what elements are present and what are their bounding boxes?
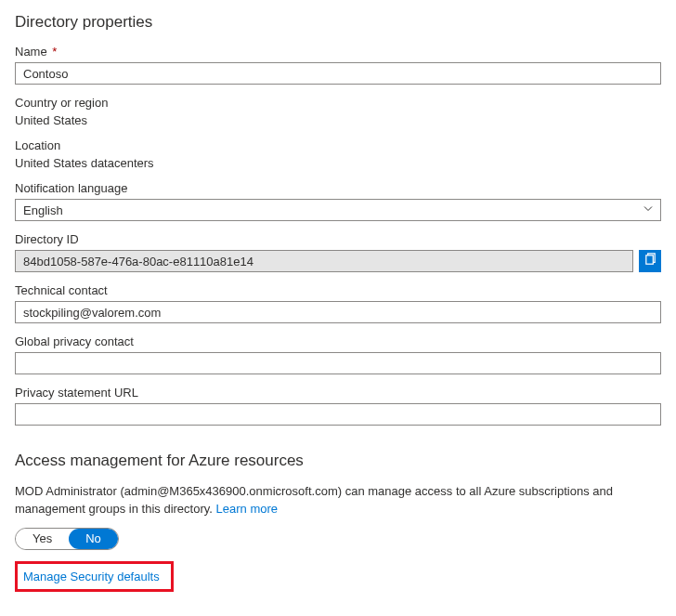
field-notification-language: Notification language English xyxy=(15,181,661,221)
field-directory-id: Directory ID xyxy=(15,232,661,272)
section-title-access-management: Access management for Azure resources xyxy=(15,452,661,470)
required-asterisk: * xyxy=(52,45,57,59)
toggle-no[interactable]: No xyxy=(69,529,118,549)
access-management-description: MOD Administrator (admin@M365x436900.onm… xyxy=(15,483,661,518)
learn-more-link[interactable]: Learn more xyxy=(216,502,278,516)
directory-id-label: Directory ID xyxy=(15,232,661,246)
copy-button[interactable] xyxy=(639,250,661,272)
global-privacy-contact-label: Global privacy contact xyxy=(15,334,661,348)
technical-contact-label: Technical contact xyxy=(15,283,661,297)
privacy-statement-url-label: Privacy statement URL xyxy=(15,386,661,400)
access-management-toggle[interactable]: Yes No xyxy=(15,528,119,550)
access-management-description-text: MOD Administrator (admin@M365x436900.onm… xyxy=(15,484,613,516)
name-input[interactable] xyxy=(15,62,661,85)
name-label-text: Name xyxy=(15,45,47,59)
technical-contact-input[interactable] xyxy=(15,301,661,323)
field-country: Country or region United States xyxy=(15,96,661,127)
country-label: Country or region xyxy=(15,96,661,110)
manage-security-defaults-highlight: Manage Security defaults xyxy=(15,561,174,592)
field-name: Name * xyxy=(15,45,661,85)
toggle-yes[interactable]: Yes xyxy=(16,529,69,549)
copy-icon xyxy=(644,253,657,269)
privacy-statement-url-input[interactable] xyxy=(15,403,661,426)
country-value: United States xyxy=(15,113,661,127)
field-location: Location United States datacenters xyxy=(15,138,661,170)
notification-language-label: Notification language xyxy=(15,181,661,195)
field-privacy-statement-url: Privacy statement URL xyxy=(15,386,661,426)
directory-id-input xyxy=(15,250,633,272)
name-label: Name * xyxy=(15,45,661,59)
field-global-privacy-contact: Global privacy contact xyxy=(15,334,661,374)
global-privacy-contact-input[interactable] xyxy=(15,352,661,374)
manage-security-defaults-link[interactable]: Manage Security defaults xyxy=(23,570,160,583)
notification-language-select[interactable]: English xyxy=(15,199,661,221)
location-value: United States datacenters xyxy=(15,156,661,170)
location-label: Location xyxy=(15,138,661,152)
svg-rect-0 xyxy=(645,256,653,264)
section-title-directory-properties: Directory properties xyxy=(15,13,661,32)
field-technical-contact: Technical contact xyxy=(15,283,661,323)
